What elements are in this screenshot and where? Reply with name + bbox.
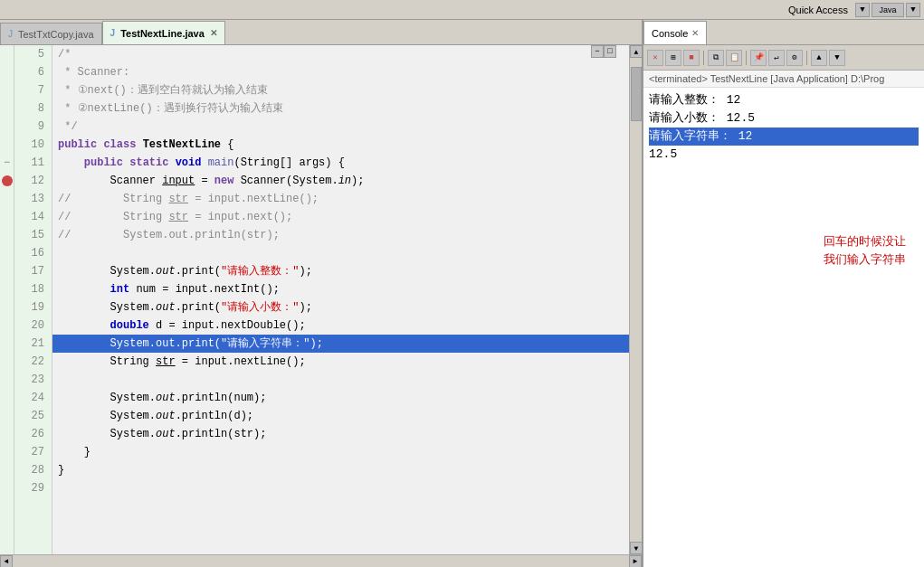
code-line-20: double d = input.nextDouble(); <box>52 317 629 335</box>
console-tab-label: Console <box>652 28 688 39</box>
marker-19 <box>0 298 14 317</box>
code-line-11: public static void main(String[] args) { <box>52 154 629 172</box>
marker-6 <box>0 63 14 81</box>
code-line-21: System.out.print("请输入字符串："); <box>52 335 629 353</box>
h-scroll-left-btn[interactable]: ◄ <box>0 555 13 568</box>
console-sep-1 <box>703 51 704 65</box>
console-annotation: 回车的时候没让 我们输入字符串 <box>824 232 906 269</box>
code-area[interactable]: − □ /* * Scanner: * ①next()：遇到空白符就认为输入结束… <box>52 45 629 554</box>
h-scrollbar[interactable]: ◄ ► <box>0 554 642 567</box>
console-terminated-header: <terminated> TestNextLine [Java Applicat… <box>643 71 924 88</box>
linenum-17: 17 <box>14 262 44 280</box>
code-line-18: int num = input.nextInt(); <box>52 280 629 298</box>
console-sep-3 <box>806 51 807 65</box>
line-numbers: 5 6 7 8 9 10 11 12 13 14 15 16 17 18 19 … <box>14 45 52 554</box>
editor-minimize-btn[interactable]: − <box>591 45 604 58</box>
console-line-3: 请输入字符串： 12 <box>649 128 919 146</box>
linenum-8: 8 <box>14 99 44 118</box>
code-line-14: // String str = input.next(); <box>52 208 629 226</box>
console-up-btn[interactable]: ▲ <box>811 50 827 66</box>
main-content: J TestTxtCopy.java J TestNextLine.java ✕… <box>0 20 924 567</box>
linenum-15: 15 <box>14 226 44 244</box>
scrollbar-thumb[interactable] <box>631 67 642 121</box>
marker-20 <box>0 317 14 335</box>
marker-28 <box>0 461 14 479</box>
toolbar-icon-2[interactable]: ▼ <box>906 3 920 17</box>
linenum-5: 5 <box>14 45 44 63</box>
terminated-label: <terminated> TestNextLine [Java Applicat… <box>649 73 884 84</box>
console-clear-btn[interactable]: ✕ <box>647 50 663 66</box>
console-content[interactable]: 请输入整数： 12 请输入小数： 12.5 请输入字符串： 12 12.5 回车… <box>643 88 924 567</box>
tab-testnextline-icon: J <box>110 28 116 38</box>
quick-access-label: Quick Access <box>788 5 848 15</box>
linenum-13: 13 <box>14 190 44 208</box>
marker-26 <box>0 425 14 443</box>
console-tab-close-icon[interactable]: ✕ <box>691 28 699 38</box>
editor-top-buttons: − □ <box>591 45 616 58</box>
marker-29 <box>0 479 14 497</box>
h-scroll-right-btn[interactable]: ► <box>629 555 642 568</box>
code-line-22: String str = input.nextLine(); <box>52 353 629 371</box>
tab-testnextline-label: TestNextLine.java <box>120 28 205 39</box>
tab-testtxtcopy-icon: J <box>8 29 13 39</box>
linenum-20: 20 <box>14 317 44 335</box>
scrollbar-track[interactable] <box>630 58 642 542</box>
scrollbar-up-btn[interactable]: ▲ <box>630 45 642 58</box>
console-line-2: 请输入小数： 12.5 <box>649 109 919 128</box>
console-sep-2 <box>746 51 747 65</box>
tab-testnextline[interactable]: J TestNextLine.java ✕ <box>102 21 225 44</box>
code-line-9: */ <box>52 118 629 136</box>
code-line-24: System.out.println(num); <box>52 389 629 407</box>
linenum-21: 21 <box>14 335 44 353</box>
marker-5 <box>0 45 14 63</box>
marker-12 <box>0 172 14 190</box>
code-line-23 <box>52 371 629 389</box>
console-scroll-lock-btn[interactable]: ⊞ <box>665 50 681 66</box>
console-paste-btn[interactable]: 📋 <box>726 50 742 66</box>
console-down-btn[interactable]: ▼ <box>829 50 845 66</box>
breakpoint-icon <box>2 175 13 186</box>
marker-17 <box>0 262 14 280</box>
console-toolbar: ✕ ⊞ ■ ⧉ 📋 📌 ↵ ⚙ ▲ ▼ <box>643 45 924 71</box>
marker-21 <box>0 335 14 353</box>
marker-7 <box>0 81 14 99</box>
linenum-25: 25 <box>14 407 44 425</box>
tab-testtxtcopy[interactable]: J TestTxtCopy.java <box>0 23 102 44</box>
console-settings-btn[interactable]: ⚙ <box>786 50 803 66</box>
console-copy-btn[interactable]: ⧉ <box>708 50 724 66</box>
marker-14 <box>0 208 14 226</box>
code-line-10: public class TestNextLine { <box>52 136 629 154</box>
linenum-26: 26 <box>14 425 44 443</box>
editor-maximize-btn[interactable]: □ <box>604 45 616 58</box>
linenum-29: 29 <box>14 479 44 497</box>
marker-10 <box>0 136 14 154</box>
code-line-16 <box>52 244 629 262</box>
tab-close-icon[interactable]: ✕ <box>210 28 217 38</box>
editor-scrollbar[interactable]: ▲ ▼ <box>629 45 642 554</box>
code-line-19: System.out.print("请输入小数："); <box>52 298 629 317</box>
scrollbar-down-btn[interactable]: ▼ <box>630 542 642 554</box>
console-wrap-btn[interactable]: ↵ <box>768 50 785 66</box>
toolbar-icon-1[interactable]: ▼ <box>855 3 870 17</box>
top-bar: Quick Access ▼ Java ▼ <box>0 0 924 20</box>
console-tab[interactable]: Console ✕ <box>643 21 707 44</box>
h-scroll-track[interactable] <box>13 555 629 568</box>
console-panel: Console ✕ ✕ ⊞ ■ ⧉ 📋 📌 ↵ ⚙ ▲ ▼ <terminate… <box>643 20 924 567</box>
code-line-28: } <box>52 461 629 479</box>
code-line-26: System.out.println(str); <box>52 425 629 443</box>
console-pin-btn[interactable]: 📌 <box>750 50 767 66</box>
marker-22 <box>0 353 14 371</box>
marker-11: − <box>0 154 14 172</box>
code-line-17: System.out.print("请输入整数："); <box>52 262 629 280</box>
editor-tab-bar: J TestTxtCopy.java J TestNextLine.java ✕ <box>0 20 642 45</box>
console-tab-bar: Console ✕ <box>643 20 924 45</box>
marker-9 <box>0 118 14 136</box>
marker-13 <box>0 190 14 208</box>
linenum-14: 14 <box>14 208 44 226</box>
marker-27 <box>0 443 14 461</box>
linenum-22: 22 <box>14 353 44 371</box>
marker-23 <box>0 371 14 389</box>
linenum-16: 16 <box>14 244 44 262</box>
console-line-4: 12.5 <box>649 146 919 164</box>
console-stop-btn[interactable]: ■ <box>683 50 700 66</box>
